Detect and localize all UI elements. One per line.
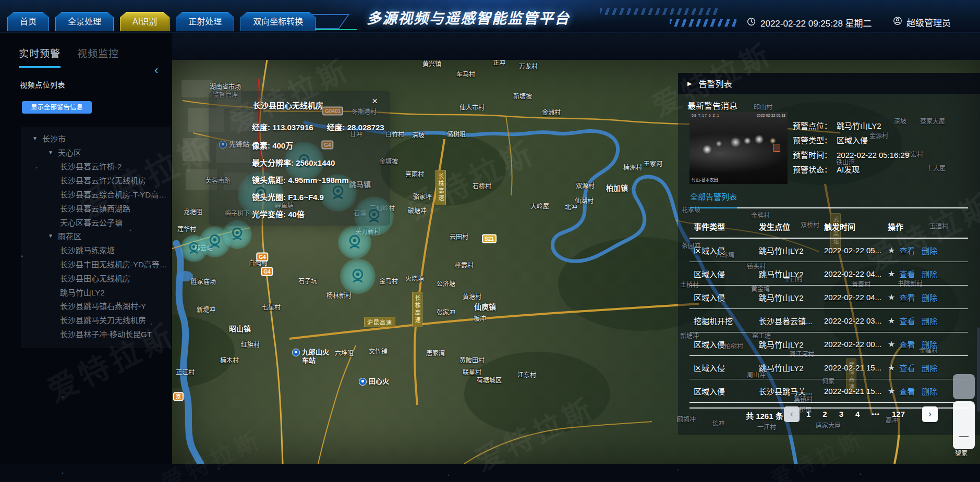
sidebar-tree: ▼长沙市▼天心区长沙县暮云许桥-2长沙县暮云许兴无线机房长沙县暮云综合机房-T-…: [21, 127, 171, 348]
alert-row-actions: ★查看删除: [884, 339, 968, 350]
nav-button-2[interactable]: AI识别: [120, 12, 170, 31]
tree-item-label: 长沙县林子冲-移动长昆GT: [60, 328, 152, 339]
tree-item[interactable]: 长沙县暮云镇西湖路: [21, 201, 171, 215]
page-number-2[interactable]: 2: [822, 406, 827, 422]
alert-row-actions: ★查看删除: [884, 362, 968, 373]
alert-table-row: 区域入侵跳马竹山LY22022-02-22 00...★查看删除: [689, 332, 968, 356]
tree-item[interactable]: 长沙县暮云许兴无线机房: [21, 173, 171, 187]
favorite-star-icon[interactable]: ★: [888, 386, 895, 396]
popup-info-row: 镜头光圈: F1.6~F4.9: [252, 191, 324, 202]
page-numbers: 1234•••127: [806, 406, 905, 422]
alert-site: 跳马竹山LY2: [755, 245, 820, 256]
page-number-4[interactable]: 4: [855, 406, 860, 422]
page-number-1[interactable]: 1: [806, 406, 810, 422]
user-icon: [893, 16, 902, 28]
view-link[interactable]: 查看: [899, 292, 915, 303]
view-link[interactable]: 查看: [899, 362, 915, 373]
popup-info-row: 镜头焦距: 4.95mm~198mm: [252, 174, 349, 185]
favorite-star-icon[interactable]: ★: [888, 269, 895, 279]
view-link[interactable]: 查看: [899, 315, 915, 326]
tree-item[interactable]: 长沙县林子冲-移动长昆GT: [21, 327, 171, 341]
tree-item[interactable]: 长沙县暮云许桥-2: [21, 159, 171, 174]
camera-marker[interactable]: [338, 226, 371, 259]
popup-field: 经度: 28.028723: [327, 123, 384, 132]
nav-button-4[interactable]: 双向坐标转换: [240, 12, 316, 31]
sidebar-collapse-icon[interactable]: ‹: [154, 65, 158, 76]
delete-link[interactable]: 删除: [922, 386, 937, 397]
header-user[interactable]: 超级管理员: [893, 16, 951, 29]
delete-link[interactable]: 删除: [922, 292, 937, 303]
latest-alert-value: 2022-02-22 05:16:29: [837, 151, 909, 159]
delete-link[interactable]: 删除: [922, 315, 937, 326]
pagination: 共 1261 条 ‹ 1234•••127 ›: [678, 406, 980, 427]
tab-1[interactable]: 视频监控: [77, 46, 119, 68]
prev-page-button[interactable]: ‹: [784, 406, 800, 422]
show-all-alerts-button[interactable]: 显示全部警告信息: [22, 101, 92, 114]
link-underline-accent: [690, 207, 737, 208]
user-name: 超级管理员: [906, 16, 951, 29]
camera-marker[interactable]: [340, 258, 376, 294]
tree-item[interactable]: 长沙县田心无线机房: [21, 271, 171, 285]
panel-scrollbar[interactable]: [977, 327, 980, 412]
nav-button-0[interactable]: 首页: [7, 12, 49, 31]
camera-marker[interactable]: [180, 235, 208, 262]
tree-item[interactable]: 长沙跳马练家塘: [21, 243, 171, 257]
tree-item-label: 长沙县跳马关刀无线机房: [60, 314, 146, 325]
view-link[interactable]: 查看: [899, 268, 915, 279]
nav-button-1[interactable]: 全景处理: [55, 12, 114, 31]
view-link[interactable]: 查看: [899, 386, 915, 397]
nav-button-3[interactable]: 正射处理: [176, 12, 234, 31]
all-alerts-link[interactable]: 全部告警列表: [690, 191, 737, 202]
tree-item[interactable]: ▼天心区: [21, 145, 171, 159]
view-link[interactable]: 查看: [899, 339, 915, 350]
page-number-127[interactable]: 127: [892, 406, 905, 422]
tree-item[interactable]: 长沙县跳马关刀无线机房: [21, 313, 171, 327]
favorite-star-icon[interactable]: ★: [888, 245, 895, 255]
next-page-button[interactable]: ›: [922, 406, 938, 422]
tree-expand-icon[interactable]: ▼: [48, 150, 53, 155]
left-sidebar: 实时预警视频监控 ‹ 视频点位列表 显示全部警告信息 ▼长沙市▼天心区长沙县暮云…: [0, 32, 172, 482]
tree-item[interactable]: 跳马竹山LY2: [21, 285, 171, 299]
header-datetime: 2022-02-22 09:25:28 星期二: [747, 16, 872, 29]
alert-list-header[interactable]: ▶ 告警列表: [678, 73, 980, 94]
map-control-box[interactable]: [953, 374, 975, 399]
favorite-star-icon[interactable]: ★: [888, 316, 895, 326]
header-stripes-decoration: [670, 19, 736, 27]
tree-item[interactable]: ▼长沙市: [21, 131, 171, 145]
camera-info-popup: 长沙县田心无线机房 × 经度: 113.037916经度: 28.028723像…: [209, 91, 390, 226]
delete-link[interactable]: 删除: [922, 245, 937, 256]
alert-time: 2022-02-22 04...: [820, 269, 884, 278]
footer-band: [0, 464, 980, 482]
tree-expand-icon[interactable]: ▼: [48, 233, 53, 239]
page-number-3[interactable]: 3: [839, 406, 843, 422]
tree-item[interactable]: 长沙县丰田无线机房-YD高等级G: [21, 257, 171, 271]
delete-link[interactable]: 删除: [922, 339, 937, 350]
tree-expand-icon[interactable]: ▼: [32, 135, 38, 141]
latest-alert-value: 跳马竹山LY2: [837, 121, 881, 130]
tree-item-label: 长沙县丰田无线机房-YD高等级G: [60, 258, 171, 269]
tree-item[interactable]: 长沙县跳马镇石燕湖村-Y: [21, 299, 171, 313]
favorite-star-icon[interactable]: ★: [888, 339, 895, 349]
tree-item[interactable]: ▼雨花区: [21, 229, 171, 243]
alert-time: 2022-02-22 03...: [820, 316, 884, 325]
column-header-1: 发生点位: [755, 221, 820, 232]
column-header-2: 触发时间: [820, 221, 884, 232]
close-icon[interactable]: ×: [372, 95, 378, 107]
favorite-star-icon[interactable]: ★: [888, 363, 895, 373]
alert-thumbnail[interactable]: 58 T:17 6 Z:1 2022-02-22 05:18 竹山-基本农田: [689, 112, 788, 184]
view-link[interactable]: 查看: [899, 245, 915, 256]
tree-item[interactable]: 天心区暮云公子塘: [21, 215, 171, 229]
latest-alert-title: 最新警告消息: [687, 99, 737, 112]
alert-site: 跳马竹山LY2: [755, 268, 820, 279]
favorite-star-icon[interactable]: ★: [888, 292, 895, 302]
delete-link[interactable]: 删除: [922, 362, 937, 373]
tree-item-label: 长沙县暮云许兴无线机房: [60, 175, 146, 186]
camera-icon: [186, 241, 201, 256]
map-zoom-out-button[interactable]: —: [953, 401, 975, 449]
alert-event-type: 区域入侵: [689, 386, 755, 397]
tab-0[interactable]: 实时预警: [19, 46, 61, 68]
latest-alert-line: 预警类型：区域入侵: [793, 133, 909, 148]
alert-panel: ▶ 告警列表 最新警告消息 58 T:17 6 Z:1 2022-02-22 0…: [678, 73, 980, 435]
tree-item[interactable]: 长沙县暮云综合机房-T-YD高等级G: [21, 187, 171, 201]
delete-link[interactable]: 删除: [922, 268, 937, 279]
